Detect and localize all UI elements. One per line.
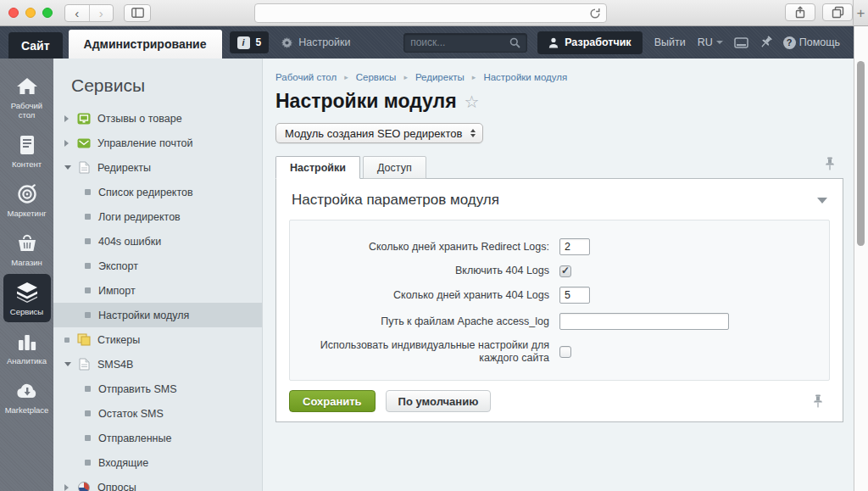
breadcrumb-link[interactable]: Настройки модуля: [483, 72, 567, 82]
developer-label: Разработчик: [565, 36, 631, 48]
sidebar-item-import[interactable]: Импорт: [53, 278, 262, 303]
tab-dostup[interactable]: Доступ: [363, 156, 426, 179]
content-icon: [19, 134, 36, 155]
rail-item-analytics[interactable]: Аналитика: [3, 323, 51, 371]
chevron-right-icon[interactable]: [64, 140, 69, 147]
form-row: Включить 404 Logs: [290, 265, 829, 277]
main-layout: Рабочий стол Контент Маркетинг Магазин С…: [0, 59, 854, 491]
menu-item-label: Входящие: [98, 457, 148, 469]
chevron-right-icon[interactable]: [64, 115, 69, 122]
chevron-right-icon[interactable]: [64, 484, 69, 491]
tab-nastroyki[interactable]: Настройки: [275, 156, 360, 179]
sidebar-item-logi-redirektov[interactable]: Логи редиректов: [53, 204, 262, 229]
rail-item-label: Рабочий стол: [3, 101, 51, 120]
tab-overview-button[interactable]: [822, 3, 853, 21]
sidebar-item-oprosy[interactable]: Опросы: [53, 475, 262, 491]
default-button[interactable]: По умолчанию: [386, 390, 492, 412]
forward-icon[interactable]: ›: [89, 5, 114, 21]
sidebar-item-otzyvy-o-tovare[interactable]: Отзывы о товаре: [53, 106, 262, 131]
bullet-icon: [85, 189, 91, 195]
close-window-button[interactable]: [8, 8, 19, 18]
cloud-download-icon: [16, 380, 38, 401]
bullet-icon: [85, 460, 91, 466]
chevron-down-icon[interactable]: [64, 362, 71, 366]
sidebar-item-vhodyashchie[interactable]: Входящие: [53, 450, 262, 475]
browser-scrollbar[interactable]: [854, 26, 868, 491]
share-icon: [794, 6, 806, 19]
marketing-icon: [17, 183, 37, 204]
days-404-logs-input[interactable]: [559, 287, 590, 304]
rail-item-store[interactable]: Магазин: [3, 225, 51, 273]
sidebar-item-sms4b[interactable]: SMS4B: [53, 352, 262, 377]
menu-item-label: Отправленные: [98, 432, 171, 444]
sidebar-item-otpravit-sms[interactable]: Отправить SMS: [53, 377, 262, 401]
help-button[interactable]: ? Помощь: [783, 36, 840, 49]
sidebar-item-redirekty[interactable]: Редиректы: [53, 155, 262, 180]
info-icon: i: [237, 36, 250, 49]
sidebar-item-otpravlennye[interactable]: Отправленные: [53, 426, 262, 450]
individual-settings-checkbox[interactable]: [559, 346, 571, 358]
minimize-window-button[interactable]: [25, 8, 36, 18]
breadcrumb-link[interactable]: Редиректы: [415, 72, 465, 82]
desktop-mode-button[interactable]: [734, 37, 748, 48]
sidebar-toggle-button[interactable]: [124, 4, 151, 22]
pin-interface-button[interactable]: [760, 36, 772, 49]
basket-icon: [16, 232, 38, 254]
rail-item-content[interactable]: Контент: [3, 126, 51, 175]
rail-item-desktop[interactable]: Рабочий стол: [3, 68, 51, 126]
zoom-window-button[interactable]: [42, 8, 53, 18]
breadcrumb-link[interactable]: Рабочий стол: [275, 72, 337, 82]
apache-access-log-path-input[interactable]: [559, 313, 729, 330]
sidebar-item-stikery[interactable]: Стикеры: [53, 327, 262, 352]
sidebar-item-ostatok-sms[interactable]: Остаток SMS: [53, 401, 262, 426]
rail-item-marketplace[interactable]: Marketplace: [3, 372, 51, 421]
rail-item-label: Маркетинг: [7, 209, 46, 218]
menu-item-label: Экспорт: [98, 260, 138, 272]
redirect-logs-days-input[interactable]: [559, 238, 590, 255]
menu-item-label: 404s ошибки: [98, 236, 161, 248]
page-title: Настройки модуля: [275, 90, 457, 113]
refresh-icon[interactable]: [589, 8, 601, 20]
document-icon: [77, 161, 91, 175]
rail-item-label: Контент: [12, 159, 42, 169]
share-button[interactable]: [785, 3, 815, 21]
settings-form: Сколько дней хранить Redirect Logs: Вклю…: [289, 220, 830, 381]
menu-item-label: Настройки модуля: [98, 310, 189, 321]
search-input[interactable]: [410, 36, 509, 48]
sidebar-item-nastroyki-modulya[interactable]: Настройки модуля: [53, 303, 262, 327]
site-tab[interactable]: Сайт: [8, 32, 63, 59]
search-icon[interactable]: [509, 37, 520, 48]
collapse-section-icon[interactable]: [817, 198, 827, 204]
select-arrows-icon: [470, 129, 476, 137]
menu-item-label: Отправить SMS: [98, 383, 177, 395]
back-icon[interactable]: ‹: [65, 5, 89, 21]
logout-link[interactable]: Выйти: [654, 36, 686, 48]
language-selector[interactable]: RU: [698, 36, 723, 48]
notifications-badge[interactable]: i 5: [230, 31, 270, 53]
breadcrumb-link[interactable]: Сервисы: [356, 72, 397, 82]
save-button[interactable]: Сохранить: [289, 390, 376, 412]
sidebar-item-eksport[interactable]: Экспорт: [53, 254, 262, 278]
new-tab-button[interactable]: +: [853, 0, 868, 26]
settings-menu-button[interactable]: Настройки: [281, 36, 350, 49]
scrollbar-thumb[interactable]: [857, 61, 865, 246]
sidebar-item-404s-oshibki[interactable]: 404s ошибки: [53, 229, 262, 254]
module-select[interactable]: Модуль создания SEO редиректов: [275, 123, 483, 143]
chevron-down-icon[interactable]: [64, 165, 71, 170]
enable-404-logs-checkbox[interactable]: [559, 265, 571, 277]
menu-item-label: Отзывы о товаре: [97, 113, 182, 125]
section-title: Настройка параметров модуля: [292, 192, 499, 209]
sidebar-icon: [131, 8, 144, 18]
administration-tab[interactable]: Администрирование: [69, 30, 222, 59]
layers-icon: [15, 282, 39, 303]
rail-item-marketing[interactable]: Маркетинг: [3, 176, 51, 224]
sidebar-item-spisok-redirektov[interactable]: Список редиректов: [53, 180, 262, 204]
bullet-icon: [85, 263, 91, 269]
address-bar[interactable]: [254, 3, 607, 23]
favorite-star-icon[interactable]: ☆: [465, 92, 480, 112]
menu-title: Сервисы: [53, 59, 262, 106]
dock-pin-icon[interactable]: [813, 394, 823, 409]
developer-user-button[interactable]: Разработчик: [537, 31, 642, 54]
sidebar-item-upravlenie-pochtoy[interactable]: Управление почтой: [53, 131, 262, 155]
rail-item-services[interactable]: Сервисы: [3, 274, 51, 322]
